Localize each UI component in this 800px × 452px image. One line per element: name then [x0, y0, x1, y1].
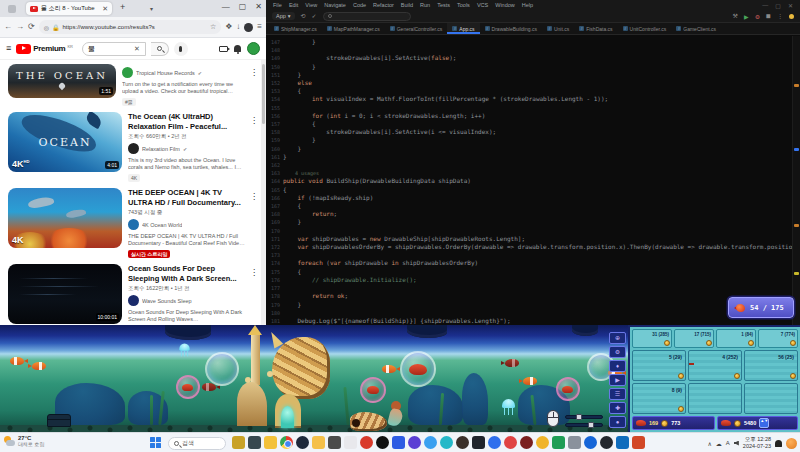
chrome-icon[interactable]	[280, 436, 293, 449]
kebab-menu-icon[interactable]: ⋮	[250, 268, 258, 277]
blue2-app-icon[interactable]	[488, 436, 501, 449]
tab-close-icon[interactable]: ✕	[102, 5, 108, 12]
search-clear-icon[interactable]: ✕	[134, 45, 140, 53]
url-text[interactable]: https://www.youtube.com/results?s	[62, 24, 206, 30]
channel-row[interactable]: Tropical House Records✔	[122, 67, 247, 78]
channel-row[interactable]: Wave Sounds Sleep	[128, 295, 247, 306]
editor-tab[interactable]: #UnitController.cs	[618, 23, 672, 34]
menu-edit[interactable]: Edit	[289, 2, 298, 8]
menu-icon[interactable]: ≡	[257, 23, 262, 31]
menu-file[interactable]: File	[273, 2, 282, 8]
video-result-row[interactable]: 4KTHE DEEP OCEAN | 4K TV ULTRA HD / Full…	[0, 184, 261, 260]
collection-cell[interactable]: 5 (29)	[632, 350, 686, 381]
downloads-icon[interactable]: ↓	[236, 23, 240, 31]
vcs-update-icon[interactable]: ⟲	[301, 13, 306, 19]
collection-mini-cell[interactable]: 1 (84)	[716, 329, 756, 348]
tray-chevron-icon[interactable]: ∧	[707, 440, 711, 447]
menu-code[interactable]: Code	[353, 2, 366, 8]
notifications-bell-icon[interactable]	[234, 45, 241, 52]
search-button[interactable]	[151, 42, 169, 56]
tab-list-chevron-icon[interactable]: ▾	[150, 5, 153, 12]
start-button[interactable]	[150, 437, 162, 449]
run-icon[interactable]: ▶	[744, 13, 749, 20]
notification-dot[interactable]	[789, 14, 794, 19]
gray-app-icon[interactable]	[328, 436, 341, 449]
address-bar[interactable]: ◎ 🔒 https://www.youtube.com/results?s ☆	[39, 20, 221, 34]
blue-app-icon[interactable]	[392, 436, 405, 449]
more-options-icon[interactable]: ⋮	[777, 13, 783, 19]
game-tool-button-2[interactable]: ♦	[609, 360, 626, 372]
debug-icon[interactable]: ⚙	[755, 13, 760, 20]
forward-button[interactable]: →	[16, 23, 24, 31]
collection-cell[interactable]: 4 (252)	[688, 350, 742, 381]
video-thumbnail[interactable]: OCEAN4KHD4:01	[8, 112, 122, 172]
menu-window[interactable]: Window	[495, 2, 515, 8]
channel-avatar[interactable]	[128, 295, 139, 306]
collection-cell[interactable]	[744, 383, 798, 414]
run-config-selector[interactable]: App ▾	[272, 12, 295, 20]
quantity-stepper[interactable]: ▲▼	[759, 418, 769, 428]
collection-cell[interactable]: 8 (9)	[632, 383, 686, 414]
stop-icon[interactable]: ◼	[766, 13, 771, 19]
channel-avatar[interactable]	[122, 67, 133, 78]
reload-button[interactable]: ⟳	[28, 23, 35, 31]
collection-mini-cell[interactable]: 7 (774)	[758, 329, 798, 348]
menu-tests[interactable]: Tests	[437, 2, 450, 8]
onedrive-cloud-icon[interactable]: ☁	[716, 440, 722, 447]
build-hammer-icon[interactable]: ⚒	[733, 13, 738, 19]
maximize-button[interactable]: ▢	[775, 2, 781, 9]
orange-app-icon[interactable]	[632, 436, 645, 449]
editor-tab[interactable]: #MapPathManager.cs	[322, 23, 385, 34]
video-result-row[interactable]: THE OCEAN1:51Tropical House Records✔Turn…	[0, 60, 261, 108]
minimize-button[interactable]: —	[222, 2, 230, 11]
castle-door[interactable]	[281, 406, 294, 428]
widget-app-icon[interactable]	[232, 436, 245, 449]
folder-app-icon[interactable]	[264, 436, 277, 449]
menu-view[interactable]: View	[305, 2, 317, 8]
red-app-icon[interactable]	[360, 436, 373, 449]
editor-search-field[interactable]	[323, 12, 411, 21]
maximize-button[interactable]: ▢	[239, 2, 247, 11]
menu-vcs[interactable]: VCS	[477, 2, 488, 8]
dark-app-icon[interactable]	[248, 436, 261, 449]
video-title[interactable]: Ocean Sounds For Deep Sleeping With A Da…	[128, 264, 247, 283]
guide-hamburger-icon[interactable]: ≡	[6, 44, 11, 53]
purple-app-icon[interactable]	[408, 436, 421, 449]
game-tool-button-1[interactable]: ⚙	[609, 346, 626, 358]
close-button[interactable]: ✕	[255, 2, 262, 11]
video-result-row[interactable]: 10:00:01Ocean Sounds For Deep Sleeping W…	[0, 260, 261, 325]
video-title[interactable]: THE DEEP OCEAN | 4K TV ULTRA HD / Full D…	[128, 188, 247, 207]
browser-tab[interactable]: 물 소리 8 - YouTube ✕	[26, 2, 112, 15]
clock[interactable]: 오후 12:28 2024-07-23	[743, 436, 771, 450]
shell-castle[interactable]	[237, 327, 332, 430]
dark-red-fish[interactable]	[505, 359, 519, 367]
kebab-menu-icon[interactable]: ⋮	[250, 192, 258, 201]
profile-avatar[interactable]	[244, 23, 253, 32]
editor-tab[interactable]: #DrawableBuilding.cs	[480, 23, 542, 34]
white-app-icon[interactable]	[344, 436, 357, 449]
lightblue-app-icon[interactable]	[424, 436, 437, 449]
kebab-menu-icon[interactable]: ⋮	[250, 116, 258, 125]
teal-app-icon[interactable]	[440, 436, 453, 449]
collection-cell[interactable]: 56 (25)	[744, 350, 798, 381]
darkred-app-icon[interactable]	[520, 436, 533, 449]
video-result-row[interactable]: OCEAN4KHD4:01The Ocean (4K UltraHD) Rela…	[0, 108, 261, 184]
volume-icon[interactable]	[734, 441, 739, 446]
close-button[interactable]: ✕	[788, 2, 793, 9]
bubble-with-fish[interactable]	[556, 377, 580, 401]
collection-mini-cell[interactable]: 31 (285)	[632, 329, 672, 348]
menu-build[interactable]: Build	[401, 2, 413, 8]
brown-app-icon[interactable]	[456, 436, 469, 449]
extensions-icon[interactable]: ❖	[225, 23, 232, 31]
browser-app-icon[interactable]	[8, 5, 16, 13]
scrollbar-thumb[interactable]	[262, 64, 265, 124]
channel-row[interactable]: Relaxation Film✔	[128, 143, 247, 154]
folder2-app-icon[interactable]	[312, 436, 325, 449]
shield-icon[interactable]: ◎	[44, 24, 49, 31]
youtube-premium-logo[interactable]: Premium KR	[16, 44, 73, 54]
game-tool-button-6[interactable]: ●	[609, 416, 626, 428]
blue4-app-icon[interactable]	[616, 436, 629, 449]
menu-tools[interactable]: Tools	[457, 2, 470, 8]
ime-indicator[interactable]: A	[726, 440, 730, 446]
game-tool-button-4[interactable]: ☰	[609, 388, 626, 400]
